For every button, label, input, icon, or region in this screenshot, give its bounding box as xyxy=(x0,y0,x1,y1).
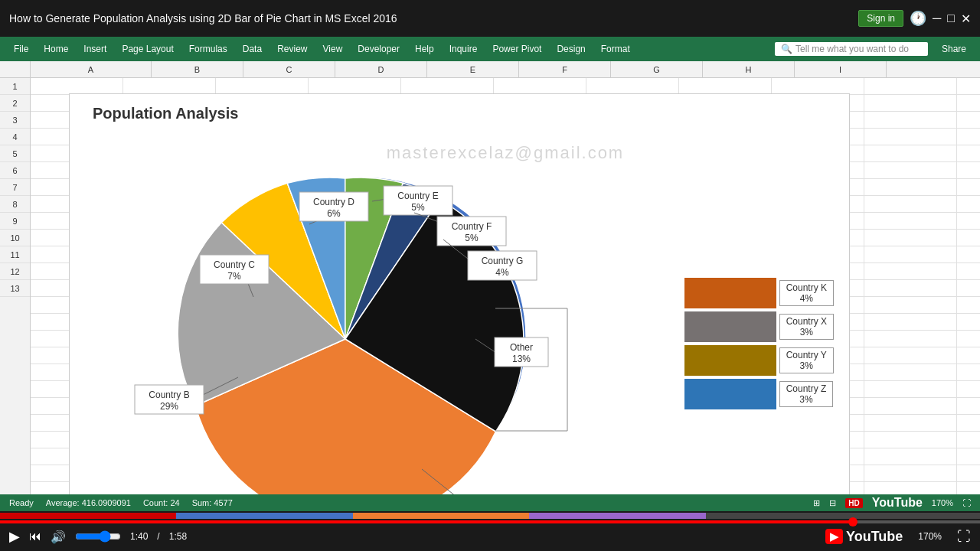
row-5: 5 xyxy=(0,145,30,162)
segment-3 xyxy=(353,513,529,519)
ready-label: Ready xyxy=(9,498,34,507)
share-button[interactable]: Share xyxy=(934,41,974,57)
tab-power-pivot[interactable]: Power Pivot xyxy=(485,39,549,59)
sign-in-button[interactable]: Sign in xyxy=(858,10,903,27)
zoom-display: 170% xyxy=(918,531,942,542)
row-2: 2 xyxy=(0,95,30,112)
svg-text:Other: Other xyxy=(510,342,533,353)
tab-file[interactable]: File xyxy=(6,39,36,59)
tab-design[interactable]: Design xyxy=(549,39,593,59)
row-1: 1 xyxy=(0,78,30,95)
timeline-segments[interactable] xyxy=(0,513,980,519)
svg-text:Country F: Country F xyxy=(452,221,492,232)
status-right: ⊞ ⊟ HD YouTube 170% ⛶ xyxy=(813,496,971,510)
tab-format[interactable]: Format xyxy=(593,39,638,59)
tab-page-layout[interactable]: Page Layout xyxy=(114,39,181,59)
youtube-icon: ▶ xyxy=(825,529,843,544)
row-7: 7 xyxy=(0,179,30,196)
status-left: Ready Average: 416.0909091 Count: 24 Sum… xyxy=(9,498,233,507)
search-box[interactable]: 🔍 Tell me what you want to do xyxy=(775,42,928,56)
ribbon: File Home Insert Page Layout Formulas Da… xyxy=(0,37,980,61)
col-header-D[interactable]: D xyxy=(335,61,427,77)
hd-badge: HD xyxy=(845,498,862,508)
clock-icon: 🕐 xyxy=(910,10,926,27)
tab-home[interactable]: Home xyxy=(36,39,76,59)
col-header-E[interactable]: E xyxy=(427,61,519,77)
bar-label-z: Country Z3% xyxy=(779,381,834,407)
video-controls: ▶ ⏮ 🔊 1:40 / 1:58 ▶ YouTube 170% ⛶ xyxy=(0,523,980,549)
bar-item-country-x: Country X3% xyxy=(684,311,834,342)
svg-text:5%: 5% xyxy=(465,233,479,243)
tab-review[interactable]: Review xyxy=(270,39,315,59)
svg-text:Country C: Country C xyxy=(214,259,255,270)
search-icon: 🔍 xyxy=(781,44,792,54)
segment-2 xyxy=(176,513,352,519)
svg-text:29%: 29% xyxy=(160,401,178,412)
segment-1 xyxy=(0,513,176,519)
search-label: Tell me what you want to do xyxy=(795,44,909,54)
bar-label-k: Country K4% xyxy=(779,280,834,306)
bar-color-x xyxy=(684,311,776,342)
close-icon[interactable]: ✕ xyxy=(961,11,971,26)
bar-item-country-z: Country Z3% xyxy=(684,379,834,409)
youtube-label: YouTube xyxy=(872,496,923,510)
progress-track[interactable] xyxy=(0,520,980,523)
fullscreen-btn[interactable]: ⛶ xyxy=(957,529,971,545)
progress-thumb[interactable] xyxy=(848,517,858,527)
volume-icon[interactable]: 🔊 xyxy=(51,530,66,544)
bar-color-k xyxy=(684,278,776,308)
tab-view[interactable]: View xyxy=(315,39,351,59)
average-label: Average: 416.0909091 xyxy=(46,498,131,507)
tab-formulas[interactable]: Formulas xyxy=(181,39,235,59)
bar-item-country-k: Country K4% xyxy=(684,278,834,308)
row-numbers: 1 2 3 4 5 6 7 8 9 10 11 12 13 xyxy=(0,78,31,507)
svg-text:Country E: Country E xyxy=(397,191,438,201)
col-header-G[interactable]: G xyxy=(611,61,703,77)
status-bar: Ready Average: 416.0909091 Count: 24 Sum… xyxy=(0,494,980,511)
skip-back-icon[interactable]: ⏮ xyxy=(29,530,41,543)
tab-help[interactable]: Help xyxy=(407,39,442,59)
zoom-label: 170% xyxy=(932,498,953,507)
col-header-H[interactable]: H xyxy=(703,61,795,77)
svg-text:6%: 6% xyxy=(327,208,341,219)
bar-label-x: Country X3% xyxy=(779,314,834,340)
row-6: 6 xyxy=(0,162,30,179)
youtube-brand: ▶ YouTube xyxy=(825,529,903,545)
title-controls: Sign in 🕐 ─ □ ✕ xyxy=(858,10,971,27)
volume-slider[interactable] xyxy=(75,530,121,543)
svg-text:13%: 13% xyxy=(512,354,531,364)
maximize-icon[interactable]: □ xyxy=(947,11,955,25)
minimize-icon[interactable]: ─ xyxy=(933,11,941,25)
time-current: 1:40 xyxy=(130,531,148,542)
fullscreen-icon[interactable]: ⛶ xyxy=(962,498,971,507)
row-8: 8 xyxy=(0,196,30,213)
count-label: Count: 24 xyxy=(143,498,180,507)
col-header-I[interactable]: I xyxy=(795,61,887,77)
row-13: 13 xyxy=(0,280,30,297)
sum-label: Sum: 4577 xyxy=(192,498,233,507)
title-bar: How to Generate Population Analysis usin… xyxy=(0,0,980,37)
segment-5 xyxy=(706,513,980,519)
chart-container[interactable]: Population Analysis xyxy=(69,93,850,545)
col-header-F[interactable]: F xyxy=(519,61,611,77)
col-header-C[interactable]: C xyxy=(243,61,335,77)
column-headers: A B C D E F G H I xyxy=(0,61,980,78)
view-normal-icon[interactable]: ⊞ xyxy=(813,498,820,508)
svg-text:5%: 5% xyxy=(411,202,425,213)
play-icon[interactable]: ▶ xyxy=(9,528,20,545)
bar-legend: Country K4% Country X3% Country Y3% Coun… xyxy=(684,278,834,409)
tab-insert[interactable]: Insert xyxy=(76,39,114,59)
tab-inquire[interactable]: Inquire xyxy=(442,39,485,59)
sheet-area: 1 2 3 4 5 6 7 8 9 10 11 12 13 masterexce… xyxy=(0,78,980,507)
bar-label-y: Country Y3% xyxy=(779,347,834,373)
col-header-B[interactable]: B xyxy=(152,61,243,77)
bar-color-y xyxy=(684,345,776,376)
col-header-A[interactable]: A xyxy=(31,61,152,77)
grid-area: masterexcelaz@gmail.com Population Analy… xyxy=(31,78,980,507)
tab-data[interactable]: Data xyxy=(235,39,270,59)
corner-cell xyxy=(0,61,31,77)
tab-developer[interactable]: Developer xyxy=(350,39,407,59)
chart-title: Population Analysis xyxy=(93,105,238,122)
view-page-icon[interactable]: ⊟ xyxy=(829,498,836,508)
video-bar: ▶ ⏮ 🔊 1:40 / 1:58 ▶ YouTube 170% ⛶ xyxy=(0,511,980,551)
